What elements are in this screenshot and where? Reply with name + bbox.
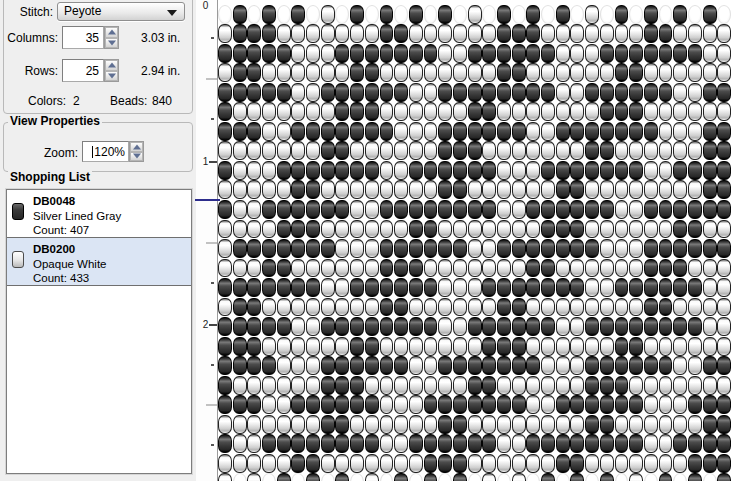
bead[interactable] xyxy=(703,200,717,219)
bead[interactable] xyxy=(659,434,673,453)
bead[interactable] xyxy=(409,356,423,375)
bead[interactable] xyxy=(659,122,673,141)
bead[interactable] xyxy=(585,161,599,180)
bead[interactable] xyxy=(482,83,496,102)
bead[interactable] xyxy=(380,200,394,219)
bead[interactable] xyxy=(629,376,643,395)
bead[interactable] xyxy=(615,317,629,336)
bead[interactable] xyxy=(703,102,717,121)
bead[interactable] xyxy=(526,337,540,356)
bead[interactable] xyxy=(703,44,717,63)
bead[interactable] xyxy=(629,141,643,160)
bead[interactable] xyxy=(556,454,570,473)
bead[interactable] xyxy=(453,63,467,82)
bead[interactable] xyxy=(233,376,247,395)
bead[interactable] xyxy=(233,141,247,160)
bead[interactable] xyxy=(233,434,247,453)
bead[interactable] xyxy=(556,317,570,336)
bead[interactable] xyxy=(291,259,305,278)
bead[interactable] xyxy=(262,63,276,82)
bead[interactable] xyxy=(233,220,247,239)
bead[interactable] xyxy=(615,415,629,434)
bead[interactable] xyxy=(321,434,335,453)
bead[interactable] xyxy=(526,220,540,239)
bead[interactable] xyxy=(703,239,717,258)
bead[interactable] xyxy=(350,415,364,434)
bead[interactable] xyxy=(306,83,320,102)
bead-pattern-canvas[interactable] xyxy=(217,0,732,481)
bead[interactable] xyxy=(600,395,614,414)
bead[interactable] xyxy=(629,239,643,258)
bead[interactable] xyxy=(556,141,570,160)
bead[interactable] xyxy=(262,317,276,336)
bead[interactable] xyxy=(409,415,423,434)
bead[interactable] xyxy=(644,376,658,395)
bead[interactable] xyxy=(717,24,731,43)
bead[interactable] xyxy=(262,220,276,239)
bead[interactable] xyxy=(673,63,687,82)
bead[interactable] xyxy=(394,220,408,239)
bead[interactable] xyxy=(365,122,379,141)
bead[interactable] xyxy=(350,122,364,141)
bead[interactable] xyxy=(277,337,291,356)
bead[interactable] xyxy=(570,24,584,43)
bead[interactable] xyxy=(556,5,570,24)
bead[interactable] xyxy=(497,239,511,258)
bead[interactable] xyxy=(321,317,335,336)
bead[interactable] xyxy=(541,259,555,278)
bead[interactable] xyxy=(570,63,584,82)
bead[interactable] xyxy=(218,63,232,82)
bead[interactable] xyxy=(556,220,570,239)
bead[interactable] xyxy=(615,161,629,180)
bead[interactable] xyxy=(394,317,408,336)
bead[interactable] xyxy=(468,259,482,278)
bead[interactable] xyxy=(218,239,232,258)
bead[interactable] xyxy=(600,239,614,258)
bead[interactable] xyxy=(497,395,511,414)
bead[interactable] xyxy=(335,63,349,82)
bead[interactable] xyxy=(629,83,643,102)
bead[interactable] xyxy=(659,102,673,121)
bead[interactable] xyxy=(380,239,394,258)
bead[interactable] xyxy=(233,102,247,121)
bead[interactable] xyxy=(570,376,584,395)
bead[interactable] xyxy=(629,298,643,317)
bead[interactable] xyxy=(468,5,482,24)
bead[interactable] xyxy=(321,180,335,199)
bead[interactable] xyxy=(585,180,599,199)
bead[interactable] xyxy=(570,122,584,141)
bead[interactable] xyxy=(291,63,305,82)
bead[interactable] xyxy=(570,220,584,239)
bead[interactable] xyxy=(703,337,717,356)
bead[interactable] xyxy=(365,317,379,336)
bead[interactable] xyxy=(335,239,349,258)
bead[interactable] xyxy=(380,63,394,82)
bead[interactable] xyxy=(409,44,423,63)
bead[interactable] xyxy=(468,63,482,82)
bead[interactable] xyxy=(600,141,614,160)
bead[interactable] xyxy=(365,298,379,317)
bead[interactable] xyxy=(629,161,643,180)
bead[interactable] xyxy=(659,83,673,102)
bead[interactable] xyxy=(438,24,452,43)
bead[interactable] xyxy=(482,180,496,199)
bead[interactable] xyxy=(394,24,408,43)
bead[interactable] xyxy=(291,239,305,258)
bead[interactable] xyxy=(380,434,394,453)
bead[interactable] xyxy=(703,122,717,141)
bead[interactable] xyxy=(703,434,717,453)
bead[interactable] xyxy=(526,180,540,199)
bead[interactable] xyxy=(233,259,247,278)
bead[interactable] xyxy=(233,356,247,375)
bead[interactable] xyxy=(600,376,614,395)
bead[interactable] xyxy=(673,122,687,141)
bead[interactable] xyxy=(585,415,599,434)
bead[interactable] xyxy=(277,376,291,395)
bead[interactable] xyxy=(717,102,731,121)
bead[interactable] xyxy=(321,454,335,473)
bead[interactable] xyxy=(262,200,276,219)
bead[interactable] xyxy=(644,454,658,473)
bead[interactable] xyxy=(277,473,291,481)
bead[interactable] xyxy=(526,161,540,180)
bead[interactable] xyxy=(717,278,731,297)
